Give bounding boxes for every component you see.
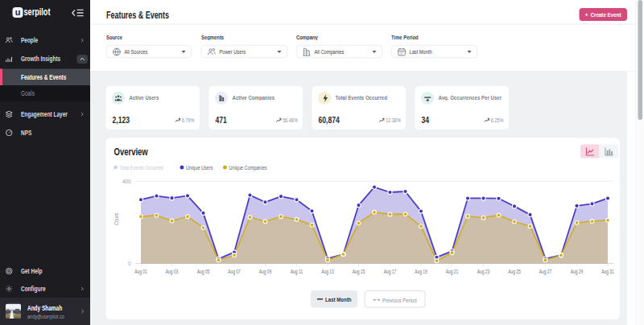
svg-text:Aug 09: Aug 09: [259, 269, 272, 275]
svg-text:Aug 03: Aug 03: [166, 269, 179, 275]
svg-text:Count: Count: [114, 213, 119, 225]
svg-text:Aug 01: Aug 01: [134, 269, 147, 275]
svg-text:Aug 05: Aug 05: [197, 269, 210, 275]
svg-text:Aug 07: Aug 07: [228, 269, 241, 275]
svg-text:Aug 15: Aug 15: [353, 269, 365, 275]
svg-text:Aug 11: Aug 11: [291, 269, 303, 275]
svg-text:Aug 27: Aug 27: [539, 269, 552, 275]
svg-text:Aug 21: Aug 21: [446, 269, 459, 275]
svg-text:Aug 17: Aug 17: [384, 269, 397, 275]
svg-text:Aug 19: Aug 19: [415, 269, 427, 275]
svg-text:Aug 29: Aug 29: [571, 269, 584, 275]
svg-text:Aug 23: Aug 23: [477, 269, 490, 275]
svg-text:Aug 13: Aug 13: [321, 269, 334, 275]
svg-text:0: 0: [128, 261, 131, 266]
svg-text:Aug 31: Aug 31: [601, 269, 614, 275]
svg-text:400: 400: [122, 179, 131, 184]
svg-text:Aug 25: Aug 25: [508, 269, 521, 275]
